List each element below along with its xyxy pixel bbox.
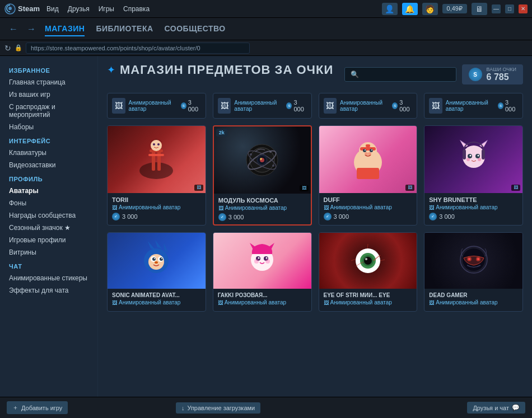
sidebar-item-bundles[interactable]: Наборы [0, 121, 97, 133]
catgirl-svg [240, 238, 284, 283]
duff-type-badge: 🖼 [405, 185, 414, 191]
svg-point-1 [8, 7, 12, 10]
sidebar-item-animated-stickers[interactable]: Анимированные стикеры [0, 272, 97, 284]
chat-icon: 💬 [512, 404, 520, 411]
shy-avatar-art [424, 126, 522, 193]
back-button[interactable]: ← [7, 23, 20, 35]
close-button[interactable]: ✕ [519, 4, 528, 13]
cosmos-avatar-art [214, 126, 311, 194]
top-item-label-0: Анимированный аватар [129, 100, 181, 112]
torii-price: ✓ 3 000 [112, 213, 201, 220]
item-image-duff: 🖼 [319, 126, 417, 193]
sidebar-item-community-awards[interactable]: Награды сообщества [0, 209, 97, 222]
friends-icon-btn[interactable]: 👤 [382, 3, 398, 15]
tab-store[interactable]: МАГАЗИН [45, 22, 85, 36]
duff-type-text: Анимированный аватар [330, 204, 392, 210]
sidebar-item-screensavers[interactable]: Видеозаставки [0, 159, 97, 171]
minimize-button[interactable]: — [492, 4, 501, 13]
main-items-grid: 🖼 TORII 🖼 Анимированный аватар ✓ 3 000 [107, 125, 523, 226]
sidebar-item-home[interactable]: Главная страница [0, 76, 97, 88]
menu-games[interactable]: Игры [99, 5, 114, 13]
top-item-1[interactable]: 🖼 Анимированный аватар S 3 000 [213, 93, 312, 119]
main-layout: ИЗБРАННОЕ Главная страница Из ваших игр … [0, 56, 532, 397]
top-item-thumb-2: 🖼 [324, 98, 337, 114]
item-card-cosmos[interactable]: 2k 🖼 МОДУЛЬ КОСМОСА 🖼 Анимированный ават… [213, 125, 312, 226]
lock-icon: 🔒 [15, 44, 22, 51]
svg-point-9 [157, 143, 160, 145]
search-input[interactable] [344, 67, 456, 82]
item-image-torii: 🖼 [108, 126, 206, 193]
sidebar-item-showcases[interactable]: Витрины [0, 246, 97, 259]
sidebar-item-seasonal-badge[interactable]: Сезонный значок ★ [0, 222, 97, 234]
sonic-svg [134, 238, 179, 283]
friends-chat-button[interactable]: Друзья и чат 💬 [467, 402, 525, 414]
item-card-sonic[interactable]: SONIC ANIMATED AVAT... 🖼 Анимированный а… [107, 232, 206, 312]
item-card-torii[interactable]: 🖼 TORII 🖼 Анимированный аватар ✓ 3 000 [107, 125, 206, 226]
shy-name: SHY BRUNETTE [429, 196, 518, 203]
svg-point-55 [161, 258, 162, 259]
sidebar-item-from-games[interactable]: Из ваших игр [0, 88, 97, 101]
avatar-icon-btn[interactable]: 🧑 [422, 3, 438, 15]
sidebar-section-favorites: ИЗБРАННОЕ [0, 63, 97, 76]
add-game-button[interactable]: ＋ Добавить игру [7, 401, 68, 414]
address-bar: ↻ 🔒 [0, 40, 532, 56]
item-card-catgirl[interactable]: ГАКKI РОЗОВАЯ... 🖼 Анимированный аватар [213, 232, 312, 312]
top-items-row: 🖼 Анимированный аватар S 3 000 🖼 Анимиро… [107, 93, 523, 119]
dead-svg [451, 238, 496, 283]
sidebar-item-keyboards[interactable]: Клавиатуры [0, 147, 97, 159]
item-card-duff[interactable]: 🖼 DUFF 🖼 Анимированный аватар ✓ 3 000 [319, 125, 418, 226]
eye-avatar-art [319, 233, 417, 289]
torii-name: TORII [112, 196, 201, 203]
item-card-eye[interactable]: EYE OF STRI МИИ... EYE 🖼 Анимированный а… [319, 232, 418, 312]
svg-point-64 [254, 259, 259, 264]
torii-price-value: 3 000 [122, 213, 138, 220]
eye-info: EYE OF STRI МИИ... EYE 🖼 Анимированный а… [319, 289, 417, 311]
cosmos-type: 🖼 Анимированный аватар [218, 205, 306, 211]
balance-button[interactable]: 0,49₽ [442, 4, 467, 13]
refresh-button[interactable]: ↻ [4, 44, 11, 53]
sidebar-item-game-profiles[interactable]: Игровые профили [0, 234, 97, 246]
top-price-coin-0: S [181, 102, 186, 109]
plus-icon: ＋ [12, 403, 18, 412]
maximize-button[interactable]: □ [505, 4, 514, 13]
address-input[interactable] [26, 43, 250, 54]
torii-svg [134, 137, 179, 182]
sidebar-item-avatars[interactable]: Аватары [0, 185, 97, 197]
svg-rect-31 [357, 168, 379, 179]
dead-name: DEAD GAMER [429, 292, 518, 298]
svg-point-75 [468, 258, 470, 260]
torii-type-text: Анимированный аватар [119, 204, 180, 210]
top-item-2[interactable]: 🖼 Анимированный аватар S 3 000 [319, 93, 418, 119]
shy-price-value: 3 000 [439, 213, 455, 220]
menu-help[interactable]: Справка [123, 5, 150, 13]
item-card-shy[interactable]: 🖼 SHY BRUNETTE 🖼 Анимированный аватар ✓ … [424, 125, 523, 226]
display-icon-btn[interactable]: 🖥 [472, 3, 487, 15]
svg-point-17 [260, 158, 262, 160]
menu-view[interactable]: Вид [46, 5, 59, 13]
shy-svg [451, 137, 496, 182]
forward-button[interactable]: → [25, 23, 38, 35]
balance-value: 0,49₽ [447, 5, 463, 12]
tab-community[interactable]: СООБЩЕСТВО [165, 22, 226, 36]
tab-library[interactable]: БИБЛИОТЕКА [96, 22, 153, 36]
torii-type-badge: 🖼 [194, 185, 203, 191]
item-card-dead[interactable]: DEAD GAMER 🖼 Анимированный аватар [424, 232, 523, 312]
sidebar-item-from-sales[interactable]: С распродаж и мероприятий [0, 101, 97, 121]
top-item-3[interactable]: 🖼 Анимированный аватар S 3 000 [424, 93, 523, 119]
duff-svg [346, 137, 390, 182]
sonic-type: 🖼 Анимированный аватар [112, 299, 201, 306]
eye-svg [346, 238, 390, 283]
item-image-shy: 🖼 [424, 126, 522, 193]
top-item-0[interactable]: 🖼 Анимированный аватар S 3 000 [107, 93, 206, 119]
menu-friends[interactable]: Друзья [68, 5, 90, 13]
svg-point-28 [371, 149, 372, 151]
svg-point-19 [272, 165, 274, 167]
manage-downloads-button[interactable]: ↓ Управление загрузками [176, 402, 260, 414]
notification-icon-btn[interactable]: 🔔 [402, 3, 418, 15]
sidebar-item-chat-effects[interactable]: Эффекты для чата [0, 284, 97, 297]
svg-point-56 [155, 261, 158, 264]
sidebar-item-backgrounds[interactable]: Фоны [0, 197, 97, 209]
dead-type-text: Анимированный аватар [436, 299, 497, 306]
item-image-sonic [108, 233, 206, 289]
svg-point-26 [370, 149, 373, 152]
